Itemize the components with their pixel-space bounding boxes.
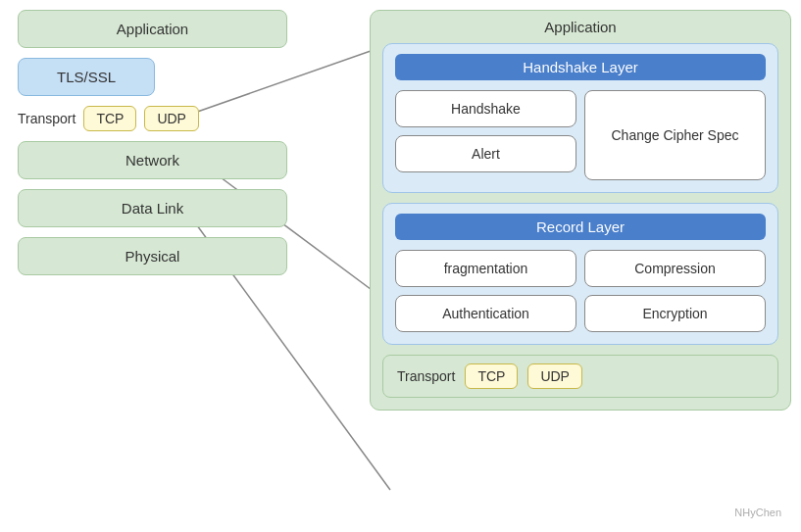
right-app-outer: Application Handshake Layer Handshake Al… <box>370 10 791 411</box>
right-transport-row: Transport TCP UDP <box>382 355 778 398</box>
alert-item: Alert <box>395 135 576 172</box>
left-transport-label: Transport <box>18 111 75 126</box>
right-udp-chip: UDP <box>527 363 582 389</box>
watermark: NHyChen <box>734 507 781 518</box>
left-physical-label: Physical <box>125 248 180 265</box>
compression-item: Compression <box>584 250 766 287</box>
authentication-item: Authentication <box>395 295 576 332</box>
encryption-item: Encryption <box>584 295 766 332</box>
left-tcp-chip: TCP <box>83 106 136 131</box>
left-transport-row: Transport TCP UDP <box>18 106 287 131</box>
left-tls-box: TLS/SSL <box>18 58 155 96</box>
left-tls-label: TLS/SSL <box>57 69 116 85</box>
record-items-grid: fragmentation Compression Authentication… <box>395 250 766 332</box>
left-datalink-box: Data Link <box>18 189 287 227</box>
record-section: Record Layer fragmentation Compression A… <box>382 203 778 345</box>
fragmentation-item: fragmentation <box>395 250 576 287</box>
left-network-label: Network <box>125 152 179 169</box>
change-cipher-item: Change Cipher Spec <box>584 90 766 180</box>
left-application-label: Application <box>117 21 188 37</box>
record-layer-header: Record Layer <box>395 214 766 240</box>
right-tcp-chip: TCP <box>465 363 518 389</box>
left-network-box: Network <box>18 141 287 179</box>
left-column: Application TLS/SSL Transport TCP UDP Ne… <box>18 10 287 275</box>
handshake-layer-header: Handshake Layer <box>395 54 766 80</box>
right-transport-label: Transport <box>397 368 455 384</box>
right-column: Application Handshake Layer Handshake Al… <box>370 10 791 411</box>
left-application-box: Application <box>18 10 287 48</box>
handshake-item: Handshake <box>395 90 576 127</box>
handshake-items-grid: Handshake Alert Change Cipher Spec <box>395 90 766 180</box>
left-udp-chip: UDP <box>144 106 199 131</box>
left-datalink-label: Data Link <box>122 200 183 217</box>
left-physical-box: Physical <box>18 237 287 275</box>
diagram-container: Application TLS/SSL Transport TCP UDP Ne… <box>0 0 801 532</box>
handshake-section: Handshake Layer Handshake Alert Change C… <box>382 43 778 193</box>
right-app-title: Application <box>382 19 778 35</box>
